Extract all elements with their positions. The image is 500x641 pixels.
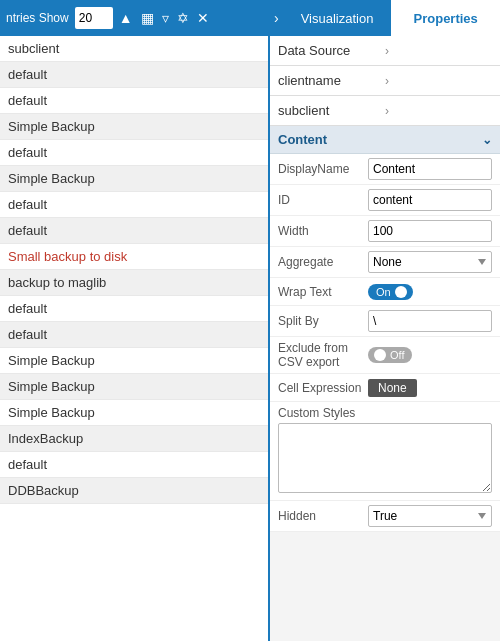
hidden-label: Hidden (278, 509, 368, 523)
left-toolbar: ntries Show ▲ ▦ ▿ ✡ ✕ (0, 0, 268, 36)
display-name-value (368, 158, 492, 180)
toggle-dot-off (374, 349, 386, 361)
list-item: default (0, 322, 268, 348)
resize-icon[interactable]: ✡ (175, 9, 191, 27)
list-item: subclient (0, 36, 268, 62)
entries-show-input[interactable] (75, 7, 113, 29)
width-value (368, 220, 492, 242)
id-label: ID (278, 193, 368, 207)
right-panel: › Visualization Properties Data Source ›… (270, 0, 500, 641)
bell-icon[interactable]: ▲ (117, 9, 135, 27)
cell-expression-button[interactable]: None (368, 379, 417, 397)
list-item: DDBBackup (0, 478, 268, 504)
hidden-select[interactable]: True False (368, 505, 492, 527)
width-label: Width (278, 224, 368, 238)
list-item: default (0, 88, 268, 114)
exclude-csv-row: Exclude from CSV export Off (270, 337, 500, 374)
custom-styles-label: Custom Styles (278, 406, 492, 420)
aggregate-label: Aggregate (278, 255, 368, 269)
width-row: Width (270, 216, 500, 247)
content-collapse-icon[interactable]: ⌄ (482, 133, 492, 147)
subclient-label: subclient (278, 103, 385, 118)
list-item: IndexBackup (0, 426, 268, 452)
id-input[interactable] (368, 189, 492, 211)
wrap-text-row: Wrap Text On (270, 278, 500, 306)
exclude-csv-label: Exclude from CSV export (278, 341, 368, 369)
tab-visualization[interactable]: Visualization (283, 0, 392, 36)
cell-expression-value: None (368, 379, 492, 397)
close-icon[interactable]: ✕ (195, 9, 211, 27)
grid-icon[interactable]: ▦ (139, 9, 156, 27)
list-item: default (0, 192, 268, 218)
split-by-row: Split By (270, 306, 500, 337)
toggle-dot (395, 286, 407, 298)
data-source-label: Data Source (278, 43, 385, 58)
list-item: default (0, 296, 268, 322)
split-by-value (368, 310, 492, 332)
clientname-chevron-icon: › (385, 74, 492, 88)
exclude-csv-toggle[interactable]: Off (368, 347, 412, 363)
width-input[interactable] (368, 220, 492, 242)
data-source-row[interactable]: Data Source › (270, 36, 500, 66)
list-item: Simple Backup (0, 374, 268, 400)
cell-expression-row: Cell Expression None (270, 374, 500, 402)
exclude-csv-value: Off (368, 347, 492, 364)
display-name-label: DisplayName (278, 162, 368, 176)
filter-icon[interactable]: ▿ (160, 9, 171, 27)
aggregate-row: Aggregate None Sum Average Count (270, 247, 500, 278)
split-by-label: Split By (278, 314, 368, 328)
properties-content: Data Source › clientname › subclient › C… (270, 36, 500, 641)
list-item: Small backup to disk (0, 244, 268, 270)
wrap-text-label: Wrap Text (278, 285, 368, 299)
id-value (368, 189, 492, 211)
list-item: default (0, 218, 268, 244)
left-panel: ntries Show ▲ ▦ ▿ ✡ ✕ subclient default … (0, 0, 270, 641)
entries-show-label: ntries Show (6, 11, 69, 25)
id-row: ID (270, 185, 500, 216)
custom-styles-textarea[interactable] (278, 423, 492, 493)
list-item: Simple Backup (0, 166, 268, 192)
aggregate-value: None Sum Average Count (368, 251, 492, 273)
list-item: default (0, 62, 268, 88)
tab-properties[interactable]: Properties (391, 0, 500, 36)
display-name-row: DisplayName (270, 154, 500, 185)
data-list: subclient default default Simple Backup … (0, 36, 268, 641)
data-source-chevron-icon: › (385, 44, 492, 58)
tab-chevron-icon: › (270, 0, 283, 36)
subclient-row[interactable]: subclient › (270, 96, 500, 126)
cell-expression-label: Cell Expression (278, 381, 368, 395)
list-item: Simple Backup (0, 400, 268, 426)
clientname-row[interactable]: clientname › (270, 66, 500, 96)
aggregate-select[interactable]: None Sum Average Count (368, 251, 492, 273)
custom-styles-row: Custom Styles (270, 402, 500, 501)
list-item: Simple Backup (0, 348, 268, 374)
subclient-chevron-icon: › (385, 104, 492, 118)
display-name-input[interactable] (368, 158, 492, 180)
list-item: Simple Backup (0, 114, 268, 140)
tab-header: › Visualization Properties (270, 0, 500, 36)
list-item: default (0, 452, 268, 478)
hidden-row: Hidden True False (270, 501, 500, 532)
content-section-label: Content (278, 132, 482, 147)
clientname-label: clientname (278, 73, 385, 88)
hidden-value: True False (368, 505, 492, 527)
split-by-input[interactable] (368, 310, 492, 332)
list-item: default (0, 140, 268, 166)
list-item: backup to maglib (0, 270, 268, 296)
wrap-text-toggle[interactable]: On (368, 284, 413, 300)
wrap-text-value: On (368, 284, 492, 300)
content-section-header[interactable]: Content ⌄ (270, 126, 500, 154)
